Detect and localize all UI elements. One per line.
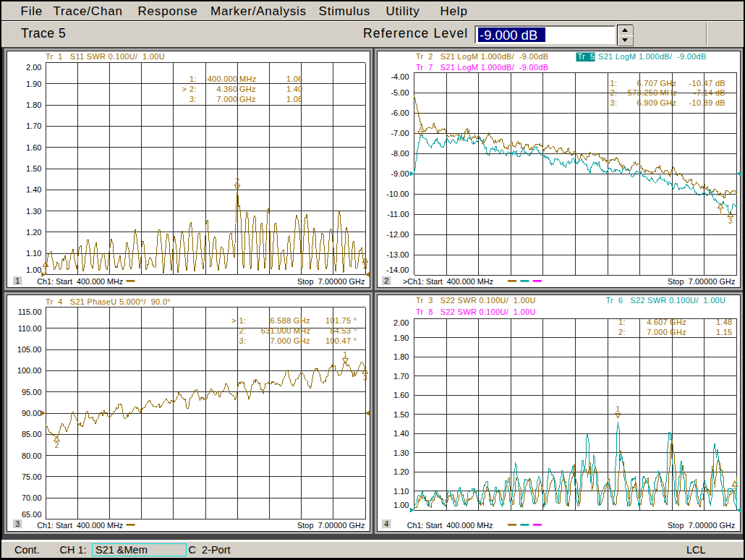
- svg-text:2.00: 2.00: [26, 63, 41, 72]
- svg-text:1.70: 1.70: [393, 372, 409, 381]
- svg-text:84.53 °: 84.53 °: [330, 326, 357, 335]
- svg-text:3: 3: [363, 374, 367, 382]
- svg-text:Ch1: Start 400.000 MHz: Ch1: Start 400.000 MHz: [37, 277, 123, 286]
- svg-text:1.60: 1.60: [26, 143, 41, 152]
- svg-text:2:: 2:: [239, 326, 247, 335]
- svg-text:Tr 2 S21 LogM 1.000dB/ -9.: Tr 2 S21 LogM 1.000dB/ -9.00dB: [416, 52, 548, 61]
- svg-text:Tr 6 S22 SWR 0.100U/ 1.00U: Tr 6 S22 SWR 0.100U/ 1.00U: [606, 296, 726, 305]
- svg-text:GHz: GHz: [660, 98, 677, 107]
- svg-text:4: 4: [384, 519, 388, 528]
- svg-text:110.00: 110.00: [18, 324, 42, 333]
- svg-text:Stop 7.00000 GHz: Stop 7.00000 GHz: [668, 521, 736, 530]
- svg-text:1: 1: [344, 351, 348, 359]
- svg-text:1.40: 1.40: [393, 429, 409, 438]
- svg-text:-12.00: -12.00: [386, 230, 409, 239]
- svg-text:1.80: 1.80: [393, 352, 409, 361]
- svg-text:1.20: 1.20: [26, 228, 41, 237]
- svg-text:Tr 3 S22 SWR 0.100U/ 1.00U: Tr 3 S22 SWR 0.100U/ 1.00U: [416, 296, 536, 305]
- svg-text:Tr 5: Tr 5: [578, 52, 595, 61]
- svg-text:2:: 2:: [610, 88, 618, 97]
- svg-text:Tr 4 S21 PhaseU 5.000°/ 90: Tr 4 S21 PhaseU 5.000°/ 90.0°: [46, 297, 171, 306]
- svg-text:85.00: 85.00: [22, 430, 42, 438]
- svg-text:6.707: 6.707: [637, 79, 658, 88]
- svg-text:95.00: 95.00: [22, 388, 42, 396]
- svg-text:2: 2: [384, 276, 388, 285]
- svg-text:1.00: 1.00: [26, 266, 41, 274]
- svg-text:Stop 7.00000 GHz: Stop 7.00000 GHz: [297, 277, 365, 286]
- svg-text:1.20: 1.20: [393, 467, 409, 476]
- svg-text:105.00: 105.00: [17, 345, 42, 354]
- svg-text:7.000: 7.000: [647, 328, 668, 336]
- svg-text:Tr 1 S11 SWR 0.100U/ 1.00U: Tr 1 S11 SWR 0.100U/ 1.00U: [46, 52, 165, 61]
- svg-text:6.588: 6.588: [271, 316, 291, 325]
- svg-text:>: >: [231, 316, 237, 325]
- svg-text:S21 LogM 1.000dB/ -9.00dB: S21 LogM 1.000dB/ -9.00dB: [598, 52, 707, 61]
- svg-text:6.909: 6.909: [637, 98, 658, 107]
- svg-text:-7.14 dB: -7.14 dB: [694, 88, 725, 97]
- svg-text:-10.00: -10.00: [386, 190, 409, 198]
- svg-text:1.10: 1.10: [393, 487, 409, 496]
- svg-text:1: 1: [43, 267, 48, 275]
- svg-text:1.06: 1.06: [286, 75, 303, 83]
- svg-text:GHz: GHz: [239, 95, 256, 103]
- svg-text:>: >: [182, 85, 187, 93]
- svg-text:-14.00: -14.00: [386, 266, 409, 274]
- svg-text:1.10: 1.10: [26, 249, 41, 258]
- svg-text:-8.00: -8.00: [391, 149, 409, 158]
- svg-text:90.00: 90.00: [22, 409, 42, 417]
- svg-text:3:: 3:: [239, 336, 247, 345]
- svg-text:MHz: MHz: [660, 88, 678, 97]
- svg-text:Stop 7.00000 GHz: Stop 7.00000 GHz: [668, 277, 736, 286]
- svg-text:2:: 2:: [618, 328, 626, 336]
- svg-text:1.30: 1.30: [26, 207, 41, 216]
- svg-text:1.90: 1.90: [393, 334, 409, 342]
- svg-text:1:: 1:: [618, 318, 626, 326]
- svg-text:1: 1: [616, 405, 621, 413]
- svg-text:115.00: 115.00: [18, 307, 42, 316]
- svg-text:3:: 3:: [610, 98, 618, 107]
- svg-text:2: 2: [55, 441, 59, 449]
- svg-text:1.30: 1.30: [393, 449, 409, 457]
- svg-text:Tr 8 S22 SWR 0.100U/ 1.00U: Tr 8 S22 SWR 0.100U/ 1.00U: [416, 307, 536, 316]
- svg-text:3: 3: [363, 263, 367, 271]
- svg-text:100.00: 100.00: [17, 366, 42, 375]
- svg-text:-7.00: -7.00: [391, 129, 409, 137]
- svg-text:1.15: 1.15: [716, 328, 733, 336]
- svg-text:Tr 7 S21 LogM 1.000dB/ -9.: Tr 7 S21 LogM 1.000dB/ -9.00dB: [416, 63, 548, 72]
- svg-text:1: 1: [718, 208, 723, 216]
- svg-text:1.08: 1.08: [286, 95, 303, 103]
- svg-text:GHz: GHz: [670, 328, 686, 336]
- svg-text:1.48: 1.48: [716, 318, 733, 326]
- svg-text:7.000: 7.000: [271, 336, 291, 345]
- svg-text:3:: 3:: [190, 95, 197, 103]
- svg-text:4.360: 4.360: [216, 85, 237, 93]
- svg-text:1:: 1:: [239, 316, 247, 325]
- svg-text:1.60: 1.60: [393, 391, 409, 399]
- svg-text:70.00: 70.00: [22, 493, 42, 502]
- svg-text:1.50: 1.50: [26, 164, 41, 173]
- svg-text:GHz: GHz: [294, 316, 310, 325]
- svg-text:GHz: GHz: [660, 79, 677, 88]
- svg-text:3: 3: [728, 217, 733, 225]
- svg-text:MHz: MHz: [294, 326, 311, 335]
- svg-text:573.250: 573.250: [628, 88, 658, 97]
- svg-text:Stop 7.00000 GHz: Stop 7.00000 GHz: [297, 521, 365, 530]
- svg-text:1:: 1:: [190, 75, 197, 83]
- svg-text:100.47 °: 100.47 °: [325, 336, 357, 345]
- svg-text:-5.00: -5.00: [391, 88, 409, 97]
- svg-text:-9.00: -9.00: [391, 169, 409, 178]
- svg-text:>Ch1: Start 400.000 MHz: >Ch1: Start 400.000 MHz: [403, 277, 493, 286]
- svg-text:80.00: 80.00: [22, 451, 42, 460]
- svg-text:3: 3: [15, 519, 20, 528]
- svg-text:75.00: 75.00: [22, 472, 42, 481]
- svg-text:1.00: 1.00: [393, 501, 409, 509]
- svg-text:-4.00: -4.00: [391, 72, 409, 81]
- svg-text:65.00: 65.00: [22, 510, 42, 519]
- svg-text:-10.47 dB: -10.47 dB: [689, 79, 725, 88]
- svg-text:1: 1: [15, 276, 20, 285]
- svg-text:-6.00: -6.00: [391, 109, 409, 117]
- svg-text:1:: 1:: [610, 79, 618, 88]
- svg-text:-13.00: -13.00: [386, 250, 409, 259]
- svg-text:2: 2: [419, 123, 423, 131]
- svg-text:Ch1: Start 400.000 MHz: Ch1: Start 400.000 MHz: [37, 521, 123, 530]
